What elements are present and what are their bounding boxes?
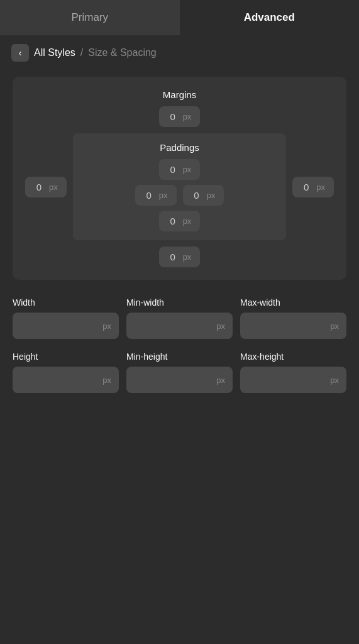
pad-right-input-value: 0 (192, 190, 202, 201)
max-width-field: Max-width px (240, 297, 346, 339)
pad-left-input-unit: px (159, 191, 168, 200)
main-content: Margins0px0pxPaddings0px0px0px0px0px0px … (0, 70, 359, 644)
min-width-field: Min-width px (126, 297, 233, 339)
margin-left-input-unit: px (49, 182, 58, 192)
min-height-unit: px (216, 375, 225, 385)
min-width-label: Min-width (126, 297, 233, 308)
size-row-2: Height px Min-height px Max-height px (13, 352, 346, 393)
min-width-unit: px (216, 321, 225, 331)
height-unit: px (102, 375, 111, 385)
size-row-1: Width px Min-width px Max-width px (13, 297, 346, 339)
breadcrumb-size-spacing: Size & Spacing (88, 47, 157, 58)
pad-bottom-input-value: 0 (168, 216, 178, 226)
height-input[interactable]: px (13, 367, 119, 393)
mt-input-unit: px (183, 112, 192, 121)
pad-bottom-input[interactable]: 0px (159, 211, 201, 231)
margin-right-input[interactable]: 0px (292, 177, 334, 197)
pad-top-input-value: 0 (168, 164, 178, 175)
max-height-label: Max-height (240, 352, 346, 362)
width-input[interactable]: px (13, 313, 119, 339)
mt-input[interactable]: 0px (159, 106, 201, 127)
min-height-input[interactable]: px (126, 367, 233, 393)
width-field: Width px (13, 297, 119, 339)
margin-bottom-input-unit: px (183, 252, 192, 262)
margin-bottom-input-value: 0 (168, 252, 178, 262)
pad-top-input[interactable]: 0px (159, 159, 201, 180)
box-model-container: Margins0px0pxPaddings0px0px0px0px0px0px (13, 77, 346, 280)
min-height-field: Min-height px (126, 352, 233, 393)
max-width-label: Max-width (240, 297, 346, 308)
width-unit: px (102, 321, 111, 331)
margin-left-input[interactable]: 0px (25, 177, 67, 197)
breadcrumb: ‹ All Styles / Size & Spacing (0, 35, 359, 70)
tab-primary[interactable]: Primary (0, 0, 180, 35)
pad-left-input-value: 0 (144, 190, 154, 201)
tab-primary-label: Primary (71, 11, 108, 24)
breadcrumb-separator: / (80, 47, 83, 58)
margin-bottom-input[interactable]: 0px (159, 247, 201, 267)
margin-right-input-value: 0 (301, 182, 311, 192)
max-width-unit: px (330, 321, 339, 331)
margin-left-input-value: 0 (34, 182, 44, 192)
pad-right-input-unit: px (207, 191, 216, 200)
min-width-input[interactable]: px (126, 313, 233, 339)
max-height-field: Max-height px (240, 352, 346, 393)
pad-right-input[interactable]: 0px (183, 185, 224, 206)
pad-left-input[interactable]: 0px (135, 185, 177, 206)
pad-bottom-input-unit: px (183, 216, 192, 226)
height-field: Height px (13, 352, 119, 393)
tab-advanced-label: Advanced (244, 11, 295, 24)
margin-right-input-unit: px (316, 182, 325, 192)
height-label: Height (13, 352, 119, 362)
breadcrumb-all-styles[interactable]: All Styles (34, 47, 75, 58)
min-height-label: Min-height (126, 352, 233, 362)
max-width-input[interactable]: px (240, 313, 346, 339)
tab-bar: Primary Advanced (0, 0, 359, 35)
chevron-left-icon: ‹ (19, 48, 22, 58)
tab-advanced[interactable]: Advanced (180, 0, 360, 35)
width-label: Width (13, 297, 119, 308)
mt-input-value: 0 (168, 111, 178, 122)
pad-top-input-unit: px (183, 165, 192, 174)
back-button[interactable]: ‹ (11, 44, 29, 62)
max-height-input[interactable]: px (240, 367, 346, 393)
max-height-unit: px (330, 375, 339, 385)
